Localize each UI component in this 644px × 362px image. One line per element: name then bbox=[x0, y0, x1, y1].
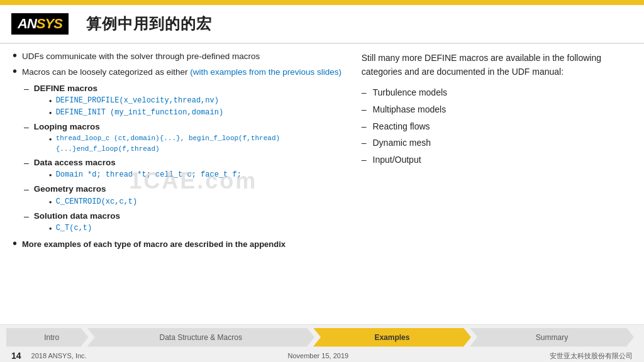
solution-child-0: ● C_T(c,t) bbox=[49, 222, 120, 234]
looping-child-code-0: thread_loop_c (ct,domain){...}, begin_f_… bbox=[56, 133, 343, 154]
right-label-3: Dynamic mesh bbox=[373, 136, 431, 150]
footer-left-text: 2018 ANSYS, Inc. bbox=[31, 352, 87, 359]
dash-data: – bbox=[24, 156, 29, 170]
right-item-4: – Input/Output bbox=[362, 153, 631, 167]
bullet-2: • Macros can be loosely categorized as e… bbox=[13, 66, 343, 79]
sub-item-define: – DEFINE macros ● DEFINE_PROFILE(x_veloc… bbox=[24, 82, 343, 119]
nav-footer: 14 2018 ANSYS, Inc. November 15, 2019 安世… bbox=[0, 349, 644, 362]
top-bar bbox=[0, 0, 644, 5]
geo-children: ● C_CENTROID(xc,c,t) bbox=[49, 196, 137, 207]
page-number: 14 bbox=[11, 351, 21, 361]
bullet-2-blue: (with examples from the previous slides) bbox=[190, 67, 341, 77]
data-child-code-0: Domain *d; thread *t; cell_t c; face_t f… bbox=[56, 169, 242, 180]
nav-arrows: Intro Data Structure & Macros Examples S… bbox=[0, 325, 644, 349]
bullet-last: • More examples of each type of macro ar… bbox=[13, 238, 343, 251]
sub-item-solution: – Solution data macros ● C_T(c,t) bbox=[24, 210, 343, 235]
solution-label: Solution data macros bbox=[34, 211, 120, 221]
right-label-1: Multiphase models bbox=[373, 103, 447, 117]
nav-segment-summary[interactable]: Summary bbox=[470, 328, 634, 347]
right-label-0: Turbulence models bbox=[373, 86, 448, 100]
define-child-code-1: DEFINE_INIT (my_init_function,domain) bbox=[56, 107, 223, 118]
bullet-2-text: Macros can be loosely categorized as eit… bbox=[22, 66, 343, 79]
data-child-dot-0: ● bbox=[49, 172, 52, 179]
ansys-logo: ANSYS bbox=[11, 13, 69, 35]
geo-child-0: ● C_CENTROID(xc,c,t) bbox=[49, 196, 137, 207]
bullet-dot-last: • bbox=[13, 237, 17, 250]
bullet-dot-2: • bbox=[13, 65, 17, 77]
nav-label-examples: Examples bbox=[374, 333, 409, 342]
solution-children: ● C_T(c,t) bbox=[49, 222, 120, 234]
define-child-dot-1: ● bbox=[49, 109, 52, 117]
left-column: • UDFs communicate with the solver throu… bbox=[13, 50, 343, 321]
solution-child-code-0: C_T(c,t) bbox=[56, 222, 92, 234]
nav-segment-examples[interactable]: Examples bbox=[313, 328, 471, 347]
sub-item-define-content: DEFINE macros ● DEFINE_PROFILE(x_velocit… bbox=[34, 82, 223, 119]
define-child-0: ● DEFINE_PROFILE(x_velocity,thread,nv) bbox=[49, 95, 223, 106]
sub-item-data: – Data access macros ● Domain *d; thread… bbox=[24, 156, 343, 182]
data-child-0: ● Domain *d; thread *t; cell_t c; face_t… bbox=[49, 169, 242, 180]
right-item-1: – Multiphase models bbox=[362, 103, 631, 117]
bullet-2-plain: Macros can be loosely categorized as eit… bbox=[22, 67, 190, 77]
nav-label-intro: Intro bbox=[44, 333, 59, 342]
nav-segment-intro[interactable]: Intro bbox=[6, 328, 89, 347]
right-dash-1: – bbox=[362, 103, 367, 117]
bullet-last-text: More examples of each type of macro are … bbox=[22, 238, 343, 251]
right-intro: Still many more DEFINE macros are availa… bbox=[362, 52, 631, 79]
nav-label-summary: Summary bbox=[536, 333, 568, 342]
sub-item-geo-content: Geometry macros ● C_CENTROID(xc,c,t) bbox=[34, 183, 137, 208]
looping-child-dot-0: ● bbox=[49, 136, 52, 143]
solution-child-dot-0: ● bbox=[49, 225, 52, 233]
bullet-1: • UDFs communicate with the solver throu… bbox=[13, 50, 343, 63]
dash-geo: – bbox=[24, 183, 29, 196]
dash-solution: – bbox=[24, 210, 29, 223]
data-label: Data access macros bbox=[34, 158, 116, 167]
page-number-area: 14 2018 ANSYS, Inc. bbox=[11, 351, 87, 361]
right-item-3: – Dynamic mesh bbox=[362, 136, 631, 150]
define-child-code-0: DEFINE_PROFILE(x_velocity,thread,nv) bbox=[56, 95, 219, 106]
right-dash-4: – bbox=[362, 153, 367, 167]
data-children: ● Domain *d; thread *t; cell_t c; face_t… bbox=[49, 169, 242, 180]
looping-label: Looping macros bbox=[34, 122, 100, 131]
right-label-2: Reacting flows bbox=[373, 120, 430, 134]
nav-segment-datastruct[interactable]: Data Structure & Macros bbox=[87, 328, 314, 347]
define-child-dot-0: ● bbox=[49, 97, 52, 105]
footer-middle-text: November 15, 2019 bbox=[288, 352, 349, 359]
slide-title: 算例中用到的的宏 bbox=[86, 14, 212, 34]
right-item-0: – Turbulence models bbox=[362, 86, 631, 100]
sub-list: – DEFINE macros ● DEFINE_PROFILE(x_veloc… bbox=[24, 82, 343, 235]
sub-item-geo: – Geometry macros ● C_CENTROID(xc,c,t) bbox=[24, 183, 343, 208]
right-item-2: – Reacting flows bbox=[362, 120, 631, 134]
bullet-1-text: UDFs communicate with the solver through… bbox=[22, 50, 343, 63]
nav-label-datastruct: Data Structure & Macros bbox=[160, 333, 242, 342]
right-label-4: Input/Output bbox=[373, 153, 421, 167]
bullet-dot-1: • bbox=[13, 49, 17, 62]
sub-item-solution-content: Solution data macros ● C_T(c,t) bbox=[34, 210, 120, 235]
right-dash-0: – bbox=[362, 86, 367, 100]
geo-child-code-0: C_CENTROID(xc,c,t) bbox=[56, 196, 138, 207]
define-children: ● DEFINE_PROFILE(x_velocity,thread,nv) ●… bbox=[49, 95, 223, 118]
header: ANSYS 算例中用到的的宏 bbox=[0, 5, 644, 44]
looping-children: ● thread_loop_c (ct,domain){...}, begin_… bbox=[49, 133, 343, 154]
sub-item-looping: – Looping macros ● thread_loop_c (ct,dom… bbox=[24, 121, 343, 155]
define-child-1: ● DEFINE_INIT (my_init_function,domain) bbox=[49, 107, 223, 118]
logo-sys: SYS bbox=[36, 16, 62, 32]
right-column: Still many more DEFINE macros are availa… bbox=[362, 50, 631, 321]
sub-item-looping-content: Looping macros ● thread_loop_c (ct,domai… bbox=[34, 121, 343, 155]
right-dash-3: – bbox=[362, 136, 367, 150]
main-content: • UDFs communicate with the solver throu… bbox=[0, 44, 644, 324]
footer-right-text: 安世亚太科技股份有限公司 bbox=[550, 351, 633, 361]
define-label: DEFINE macros bbox=[34, 84, 97, 93]
nav-arrow-track: Intro Data Structure & Macros Examples S… bbox=[6, 328, 638, 347]
nav-bar: Intro Data Structure & Macros Examples S… bbox=[0, 324, 644, 362]
logo-an: AN bbox=[18, 16, 36, 32]
geo-label: Geometry macros bbox=[34, 184, 106, 194]
dash-define: – bbox=[24, 82, 29, 96]
looping-child-0: ● thread_loop_c (ct,domain){...}, begin_… bbox=[49, 133, 343, 154]
right-dash-2: – bbox=[362, 120, 367, 134]
dash-looping: – bbox=[24, 121, 29, 134]
sub-item-data-content: Data access macros ● Domain *d; thread *… bbox=[34, 156, 242, 182]
geo-child-dot-0: ● bbox=[49, 199, 52, 206]
